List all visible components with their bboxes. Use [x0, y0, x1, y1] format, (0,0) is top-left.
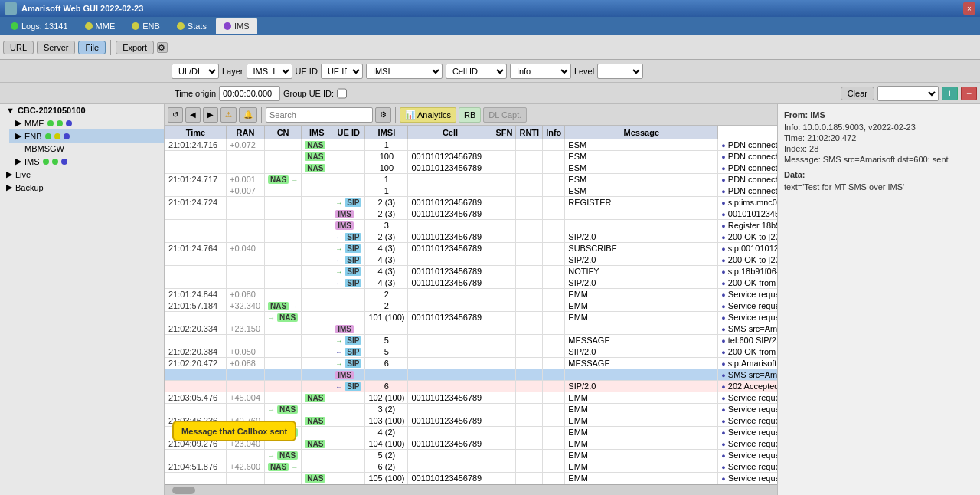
table-row[interactable]: 21:03:46.236 +40.760 NAS 103 (100) 00101…	[165, 415, 778, 427]
imsi-select[interactable]: IMSI	[366, 64, 443, 79]
cell-imsi: 001010123456789	[408, 312, 492, 323]
close-button[interactable]: ×	[963, 2, 975, 15]
table-row[interactable]: 21:04:51.876 +42.600 NAS → 6 (2) EMM ● S…	[165, 461, 778, 473]
table-row[interactable]: 21:01:24.717 +0.001 NAS → 1 ESM ● PDN co…	[165, 174, 778, 185]
table-row[interactable]: → SIP 4 (3) 001010123456789 NOTIFY ● sip…	[165, 266, 778, 277]
col-time[interactable]: Time	[165, 126, 227, 139]
scroll-thumb[interactable]	[172, 487, 195, 494]
ue-id-select[interactable]: UE ID	[321, 64, 363, 79]
sidebar-item-backup[interactable]: ▶ Backup	[0, 181, 164, 194]
table-row[interactable]: 21:01:24.724 → SIP 2 (3) 001010123456789…	[165, 197, 778, 208]
bell-btn[interactable]: 🔔	[239, 107, 257, 123]
sidebar-item-mbmsgw[interactable]: MBMSGW	[18, 143, 164, 155]
col-cell[interactable]: Cell	[408, 126, 492, 139]
cell-delta: +0.088	[227, 484, 265, 485]
table-row[interactable]: IMS 2 (3) 001010123456789 ● 001010123456…	[165, 208, 778, 220]
table-row[interactable]: ← SIP 4 (3) SIP/2.0 ● 200 OK to [2001:46…	[165, 254, 778, 266]
analytics-btn[interactable]: 📊 Analytics	[400, 107, 456, 123]
settings-icon[interactable]: ⚙	[157, 42, 168, 53]
table-row[interactable]: NAS 100 001010123456789 ESM ● PDN connec…	[165, 151, 778, 162]
cell-ims: IMS	[332, 323, 365, 335]
table-row[interactable]: → NAS 101 (100) 001010123456789 EMM ● Se…	[165, 312, 778, 323]
cell-delta: +0.080	[227, 289, 265, 300]
server-button[interactable]: Server	[37, 41, 75, 54]
search-input[interactable]	[266, 107, 373, 123]
table-row[interactable]: 21:02:20.472 +0.088 → SIP 6 MESSAGE ● si…	[165, 358, 778, 369]
table-row[interactable]: 21:01:24.764 +0.040 → SIP 4 (3) 00101012…	[165, 243, 778, 254]
table-row[interactable]: +0.007 1 ESM ● PDN connectivity reject	[165, 185, 778, 197]
table-row[interactable]: → NAS 4 (2) EMM ● Service request	[165, 427, 778, 438]
info-select[interactable]: Info	[510, 64, 571, 79]
export-button[interactable]: Export	[116, 41, 154, 54]
tab-mme[interactable]: MME	[77, 18, 123, 34]
cell-delta: +42.600	[227, 461, 265, 473]
forward-btn[interactable]: ▶	[203, 107, 218, 123]
level-select[interactable]	[597, 64, 643, 79]
sidebar-item-ims[interactable]: ▶ IMS	[9, 155, 164, 168]
table-row[interactable]: → NAS 3 (2) EMM ● Service request	[165, 404, 778, 415]
cell-imsi	[408, 220, 492, 231]
table-row[interactable]: 21:01:24.844 +0.080 2 EMM ● Service requ…	[165, 289, 778, 300]
layer-select[interactable]: IMS, I	[247, 64, 292, 79]
search-options-btn[interactable]: ⚙	[375, 107, 391, 123]
ul-dl-select[interactable]: UL/DL	[172, 64, 219, 79]
table-row[interactable]: 21:02:20.384 +0.050 ← SIP 5 SIP/2.0 ● 20…	[165, 346, 778, 358]
col-ran[interactable]: RAN	[227, 126, 265, 139]
cell-time	[165, 312, 227, 323]
cell-id-select[interactable]: Cell ID	[446, 64, 507, 79]
table-row[interactable]: ← SIP 4 (3) 001010123456789 SIP/2.0 ● 20…	[165, 277, 778, 289]
col-cn[interactable]: CN	[265, 126, 302, 139]
warning-btn[interactable]: ⚠	[220, 107, 237, 123]
rb-btn[interactable]: RB	[459, 107, 481, 123]
tab-logs[interactable]: Logs: 13141	[3, 18, 76, 34]
table-container[interactable]: Time RAN CN IMS UE ID IMSI Cell SFN RNTI…	[165, 126, 777, 484]
table-row[interactable]: 21:02:20.334 +23.150 IMS ● SMS src=Amari…	[165, 323, 778, 335]
cell-ims: IMS	[332, 208, 365, 220]
table-row[interactable]: 21:01:24.716 +0.072 NAS 1 ESM ● PDN conn…	[165, 139, 778, 151]
table-row[interactable]: 21:01:57.184 +32.340 NAS → 2 EMM ● Servi…	[165, 300, 778, 312]
col-message[interactable]: Message	[565, 126, 718, 139]
tab-stats[interactable]: Stats	[169, 18, 214, 34]
time-origin-input[interactable]	[219, 86, 280, 101]
table-row[interactable]: ← SIP 6 SIP/2.0 ● 202 Accepted to [2001:…	[165, 381, 778, 392]
col-rnti[interactable]: RNTI	[516, 126, 543, 139]
sidebar-item-mme[interactable]: ▶ MME	[9, 116, 164, 129]
url-button[interactable]: URL	[3, 41, 34, 54]
file-button[interactable]: File	[78, 41, 106, 54]
sidebar-root[interactable]: ▼ CBC-2021050100	[0, 104, 164, 116]
cell-ran	[265, 220, 302, 231]
add-button[interactable]: +	[942, 87, 958, 100]
cell-time	[165, 185, 227, 197]
cell-time	[165, 220, 227, 231]
dl-capt-btn[interactable]: DL Capt.	[483, 107, 527, 123]
h-scrollbar[interactable]	[165, 484, 777, 495]
cell-info	[565, 323, 718, 335]
table-row[interactable]: → NAS 5 (2) EMM ● Service request	[165, 450, 778, 461]
cell-ims	[332, 450, 365, 461]
table-row[interactable]: 21:04:51.964 +0.088 → SIP 7 (3) REGISTER…	[165, 484, 778, 485]
group-ue-checkbox[interactable]	[337, 86, 347, 101]
table-row[interactable]: ← SIP 2 (3) 001010123456789 SIP/2.0 ● 20…	[165, 231, 778, 243]
table-row[interactable]: IMS 3 ● Register 18b91f06-10f9-47da-a29a…	[165, 220, 778, 231]
col-ims[interactable]: IMS	[302, 126, 332, 139]
table-row[interactable]: 21:04:09.276 +23.040 NAS 104 (100) 00101…	[165, 438, 778, 450]
tab-ims[interactable]: IMS	[216, 18, 257, 34]
back-btn[interactable]: ◀	[185, 107, 201, 123]
table-row[interactable]: → SIP 5 MESSAGE ● tel:600 SIP/2.0 to [20…	[165, 335, 778, 346]
refresh-btn[interactable]: ↺	[168, 107, 183, 123]
col-info[interactable]: Info	[543, 126, 565, 139]
table-row[interactable]: IMS ● SMS src=Amarisoft dst=600: sent	[165, 369, 778, 381]
table-row[interactable]: NAS 100 001010123456789 ESM ● PDN connec…	[165, 162, 778, 174]
remove-button[interactable]: −	[961, 87, 977, 100]
sidebar-item-enb[interactable]: ▶ ENB	[9, 129, 164, 143]
cell-rnti	[543, 427, 565, 438]
col-sfn[interactable]: SFN	[492, 126, 516, 139]
tab-enb[interactable]: ENB	[124, 18, 168, 34]
clear-button[interactable]: Clear	[841, 87, 874, 100]
table-row[interactable]: NAS 105 (100) 001010123456789 EMM ● Serv…	[165, 473, 778, 484]
extra-select[interactable]	[877, 86, 939, 101]
col-ue-id[interactable]: UE ID	[332, 126, 365, 139]
sidebar-item-live[interactable]: ▶ Live	[0, 168, 164, 181]
col-imsi[interactable]: IMSI	[365, 126, 408, 139]
table-row[interactable]: 21:03:05.476 +45.004 NAS 102 (100) 00101…	[165, 392, 778, 404]
